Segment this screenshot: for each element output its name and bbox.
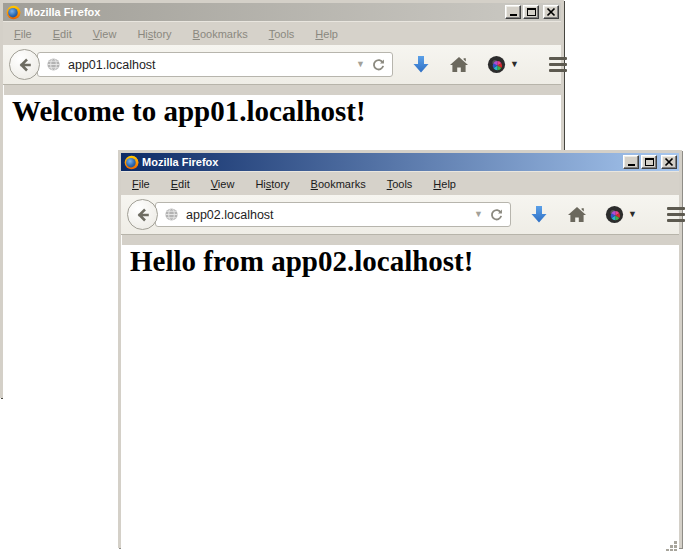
colorzilla-button[interactable]: ▼: [487, 55, 519, 74]
maximize-button[interactable]: [641, 155, 657, 169]
globe-icon: [164, 207, 179, 222]
window-title: Mozilla Firefox: [142, 156, 623, 168]
menu-item-edit[interactable]: Edit: [171, 178, 190, 190]
url-bar[interactable]: app01.localhost ▼: [37, 52, 393, 77]
resize-grip[interactable]: [665, 540, 678, 551]
title-bar[interactable]: Mozilla Firefox: [3, 3, 561, 21]
back-button[interactable]: [127, 199, 158, 230]
menu-item-file[interactable]: File: [14, 28, 32, 40]
minimize-button[interactable]: [623, 155, 639, 169]
menu-item-help[interactable]: Help: [315, 28, 338, 40]
back-button[interactable]: [9, 49, 40, 80]
reload-icon[interactable]: [489, 207, 504, 222]
menu-item-view[interactable]: View: [93, 28, 117, 40]
browser-window-app02[interactable]: Mozilla Firefox FileEditViewHistoryBookm…: [118, 150, 682, 548]
home-icon: [567, 205, 587, 224]
menu-bar: FileEditViewHistoryBookmarksToolsHelp: [121, 171, 679, 195]
home-button[interactable]: [449, 55, 469, 74]
urlbar-dropdown-icon[interactable]: ▼: [472, 210, 489, 219]
navigation-toolbar: app01.localhost ▼: [3, 45, 561, 85]
navigation-toolbar: app02.localhost ▼: [121, 195, 679, 235]
menu-item-file[interactable]: File: [132, 178, 150, 190]
download-button[interactable]: [411, 54, 431, 75]
back-arrow-icon: [16, 56, 34, 74]
page-heading: Welcome to app01.localhost!: [12, 95, 561, 128]
minimize-icon: [628, 164, 635, 166]
page-heading: Hello from app02.localhost!: [130, 245, 679, 278]
maximize-icon: [645, 158, 654, 166]
home-button[interactable]: [567, 205, 587, 224]
home-icon: [449, 55, 469, 74]
hamburger-icon: [549, 57, 567, 60]
globe-icon: [46, 57, 61, 72]
download-icon: [411, 54, 431, 75]
menu-item-help[interactable]: Help: [433, 178, 456, 190]
menu-bar: FileEditViewHistoryBookmarksToolsHelp: [3, 21, 561, 45]
colorzilla-caret-icon: ▼: [628, 210, 637, 219]
minimize-button[interactable]: [505, 5, 521, 19]
menu-item-history[interactable]: History: [137, 28, 171, 40]
colorzilla-button[interactable]: ▼: [605, 205, 637, 224]
menu-item-bookmarks[interactable]: Bookmarks: [311, 178, 366, 190]
title-bar[interactable]: Mozilla Firefox: [121, 153, 679, 171]
colorzilla-caret-icon: ▼: [510, 60, 519, 69]
url-text: app01.localhost: [68, 58, 354, 72]
close-button[interactable]: [661, 155, 677, 169]
minimize-icon: [510, 14, 517, 16]
menu-item-view[interactable]: View: [211, 178, 235, 190]
menu-panel-button[interactable]: [549, 57, 567, 72]
menu-item-history[interactable]: History: [255, 178, 289, 190]
urlbar-dropdown-icon[interactable]: ▼: [354, 60, 371, 69]
menu-item-tools[interactable]: Tools: [387, 178, 413, 190]
menu-item-bookmarks[interactable]: Bookmarks: [193, 28, 248, 40]
window-title: Mozilla Firefox: [24, 6, 505, 18]
page-content: Hello from app02.localhost!: [121, 245, 679, 551]
menu-panel-button[interactable]: [667, 207, 685, 222]
color-wheel-icon: [605, 205, 624, 224]
maximize-button[interactable]: [523, 5, 539, 19]
close-icon: [544, 6, 558, 18]
close-icon: [662, 156, 676, 168]
firefox-icon: [124, 155, 139, 170]
color-wheel-icon: [487, 55, 506, 74]
back-arrow-icon: [134, 206, 152, 224]
url-bar[interactable]: app02.localhost ▼: [155, 202, 511, 227]
menu-item-edit[interactable]: Edit: [53, 28, 72, 40]
url-text: app02.localhost: [186, 208, 472, 222]
download-icon: [529, 204, 549, 225]
firefox-icon: [6, 5, 21, 20]
close-button[interactable]: [543, 5, 559, 19]
hamburger-icon: [667, 207, 685, 210]
maximize-icon: [527, 8, 536, 16]
reload-icon[interactable]: [371, 57, 386, 72]
download-button[interactable]: [529, 204, 549, 225]
menu-item-tools[interactable]: Tools: [269, 28, 295, 40]
